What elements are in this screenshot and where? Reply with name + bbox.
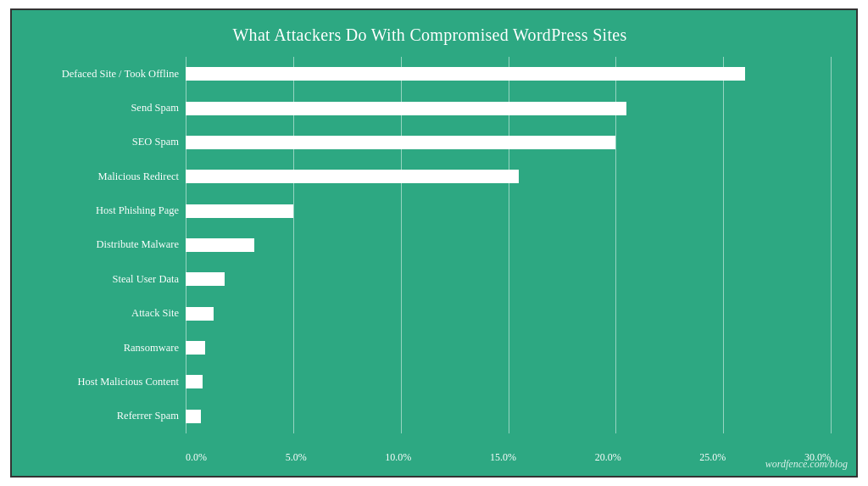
bar	[186, 204, 293, 218]
chart-title: What Attackers Do With Compromised WordP…	[29, 25, 831, 45]
y-axis-label: SEO Spam	[29, 136, 186, 148]
bar-row	[186, 64, 831, 83]
grid-line	[831, 57, 832, 433]
x-axis-label: 0.0%	[186, 451, 207, 464]
bar-row	[186, 133, 831, 152]
bar-row	[186, 338, 831, 357]
bar	[186, 136, 615, 149]
bar	[186, 67, 745, 81]
watermark: wordfence.com/blog	[765, 458, 848, 471]
bar	[186, 272, 225, 286]
bar-row	[186, 202, 831, 221]
bar	[186, 307, 214, 321]
y-axis-label: Malicious Redirect	[29, 170, 186, 183]
chart-container: What Attackers Do With Compromised WordP…	[10, 8, 858, 478]
y-axis-label: Defaced Site / Took Offline	[29, 68, 186, 81]
bar	[186, 102, 626, 115]
bar	[186, 375, 203, 388]
y-axis-label: Ransomware	[29, 342, 186, 355]
bar	[186, 410, 201, 423]
y-axis-label: Send Spam	[29, 102, 186, 115]
y-axis-label: Distribute Malware	[29, 238, 186, 251]
bar-row	[186, 99, 831, 118]
bar	[186, 170, 519, 183]
y-axis-label: Host Phishing Page	[29, 204, 186, 217]
bar-row	[186, 167, 831, 186]
chart-body: Defaced Site / Took OfflineSend SpamSEO …	[29, 57, 831, 433]
y-axis: Defaced Site / Took OfflineSend SpamSEO …	[29, 57, 186, 433]
bar-row	[186, 270, 831, 288]
bar-row	[186, 407, 831, 426]
bar	[186, 238, 254, 252]
x-axis-label: 10.0%	[385, 451, 411, 464]
x-axis: 0.0%5.0%10.0%15.0%20.0%25.0%30.0%	[186, 451, 831, 464]
x-axis-label: 20.0%	[595, 451, 621, 464]
plot-area: 0.0%5.0%10.0%15.0%20.0%25.0%30.0%	[186, 57, 831, 433]
y-axis-label: Attack Site	[29, 307, 186, 320]
bar-row	[186, 304, 831, 323]
x-axis-label: 15.0%	[490, 451, 516, 464]
bar-row	[186, 372, 831, 391]
bar	[186, 341, 205, 355]
bar-row	[186, 236, 831, 254]
y-axis-label: Referrer Spam	[29, 410, 186, 422]
y-axis-label: Steal User Data	[29, 273, 186, 286]
x-axis-label: 5.0%	[286, 451, 307, 464]
y-axis-label: Host Malicious Content	[29, 376, 186, 388]
x-axis-label: 25.0%	[699, 451, 726, 464]
